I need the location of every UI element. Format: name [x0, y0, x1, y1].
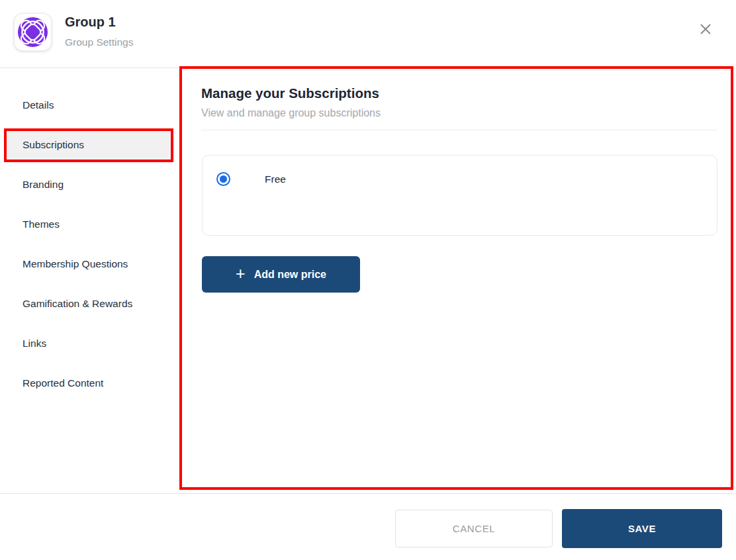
sidebar-item-themes[interactable]: Themes	[7, 210, 173, 239]
close-icon	[698, 21, 713, 37]
group-logo	[14, 13, 52, 51]
plus-icon: +	[236, 265, 246, 282]
save-button[interactable]: SAVE	[562, 509, 722, 548]
close-button[interactable]	[695, 19, 716, 40]
sidebar-item-reported-content[interactable]: Reported Content	[7, 369, 173, 398]
group-name: Group 1	[65, 15, 116, 30]
add-new-price-label: Add new price	[254, 269, 326, 281]
sidebar-item-details[interactable]: Details	[7, 91, 173, 120]
free-plan-radio[interactable]	[216, 172, 230, 186]
modal-subtitle: Group Settings	[65, 36, 133, 48]
sidebar-item-subscriptions[interactable]: Subscriptions	[7, 130, 173, 160]
cancel-button[interactable]: CANCEL	[395, 510, 553, 547]
plan-label: Free	[265, 173, 286, 185]
sidebar-item-branding[interactable]: Branding	[7, 170, 173, 199]
content-subtitle: View and manage group subscriptions	[201, 107, 381, 119]
sidebar-item-membership-questions[interactable]: Membership Questions	[7, 250, 173, 279]
add-new-price-button[interactable]: + Add new price	[202, 256, 360, 293]
sidebar-item-gamification-rewards[interactable]: Gamification & Rewards	[7, 289, 173, 318]
footer-divider	[0, 493, 736, 494]
sidebar-item-links[interactable]: Links	[7, 329, 173, 358]
header-divider	[0, 68, 736, 68]
radio-dot	[220, 175, 227, 183]
group-logo-icon	[17, 17, 48, 48]
subscription-plan-card	[202, 155, 717, 236]
group-settings-modal: { "header": { "group_name": "Group 1", "…	[0, 0, 736, 560]
content-title: Manage your Subscriptions	[201, 85, 379, 101]
content-divider	[201, 130, 717, 130]
